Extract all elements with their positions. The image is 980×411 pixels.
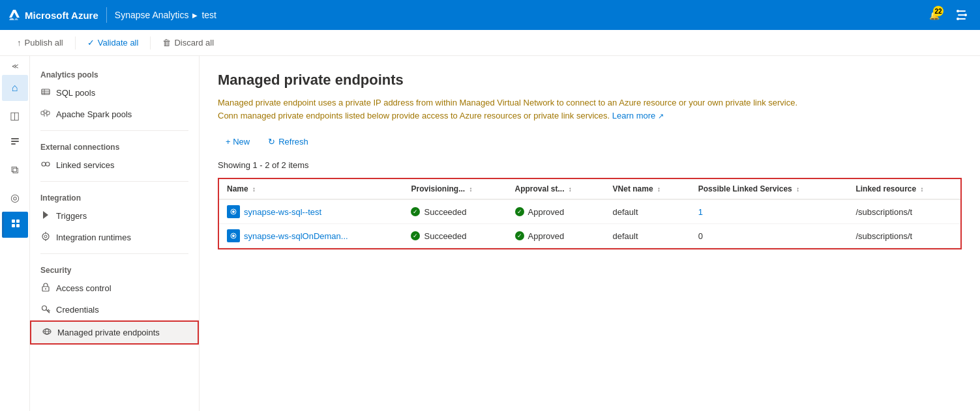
- expand-nav-button[interactable]: ≪: [8, 59, 22, 74]
- cell-vnet-0: default: [605, 199, 690, 224]
- col-header-provisioning[interactable]: Provisioning... ↕: [403, 179, 507, 199]
- monitor-nav-button[interactable]: ◎: [2, 184, 28, 210]
- cell-provisioning-1: ✓ Succeeded: [403, 224, 507, 248]
- cell-approval-1: ✓ Approved: [507, 224, 605, 248]
- sidebar-item-access-control[interactable]: Access control: [30, 277, 199, 299]
- publish-icon: ↑: [17, 38, 22, 48]
- toolbar: ↑ Publish all ✓ Validate all 🗑 Discard a…: [0, 30, 980, 56]
- svg-point-36: [42, 306, 47, 311]
- settings-icon: [956, 9, 968, 21]
- svg-line-39: [49, 311, 50, 312]
- success-icon-appr-1: ✓: [515, 231, 524, 240]
- sidebar-sep-1: [40, 130, 188, 131]
- page-description: Managed private endpoint uses a private …: [218, 96, 805, 122]
- external-link-icon: ↗: [658, 112, 664, 120]
- svg-marker-1: [9, 18, 14, 20]
- success-icon-prov-0: ✓: [411, 207, 420, 216]
- table-selection-border: Name ↕ Provisioning... ↕ Approval st... …: [218, 178, 962, 249]
- discard-all-button[interactable]: 🗑 Discard all: [156, 35, 220, 50]
- sort-icon-linked-services: ↕: [796, 186, 799, 193]
- credentials-icon: [40, 304, 51, 316]
- cell-name-0: synapse-ws-sql--test: [219, 199, 403, 224]
- svg-point-31: [44, 235, 47, 238]
- security-section: Security: [30, 259, 199, 277]
- manage-icon: [10, 218, 21, 231]
- manage-nav-button[interactable]: [2, 212, 28, 238]
- notification-count: 22: [933, 6, 943, 16]
- notifications-button[interactable]: 🔔 22: [924, 5, 945, 25]
- col-header-approval[interactable]: Approval st... ↕: [507, 179, 605, 199]
- action-bar: + New ↻ Refresh: [218, 134, 962, 150]
- table-header-row: Name ↕ Provisioning... ↕ Approval st... …: [219, 179, 960, 199]
- develop-nav-button[interactable]: [2, 130, 28, 156]
- svg-point-44: [232, 210, 235, 213]
- learn-more-link[interactable]: Learn more ↗: [612, 111, 664, 120]
- sidebar: Analytics pools SQL pools: [30, 56, 200, 411]
- col-header-linked-services[interactable]: Possible Linked Services ↕: [690, 179, 848, 199]
- refresh-button[interactable]: ↻ Refresh: [260, 134, 316, 150]
- validate-all-button[interactable]: ✓ Validate all: [81, 35, 145, 50]
- settings-button[interactable]: [951, 5, 972, 25]
- integration-runtimes-icon: [40, 231, 51, 244]
- cell-linked-resource-0: /subscriptions/t: [848, 199, 960, 224]
- home-nav-button[interactable]: ⌂: [2, 75, 28, 101]
- triggers-icon: [40, 210, 51, 222]
- sidebar-item-triggers[interactable]: Triggers: [30, 205, 199, 227]
- provisioning-status-1: ✓ Succeeded: [411, 231, 499, 241]
- sort-icon-provisioning: ↕: [469, 186, 473, 193]
- monitor-icon: ◎: [10, 191, 20, 204]
- sidebar-item-integration-runtimes[interactable]: Integration runtimes: [30, 227, 199, 248]
- endpoint-link-0[interactable]: synapse-ws-sql--test: [227, 205, 395, 218]
- svg-rect-8: [957, 18, 959, 20]
- svg-point-30: [42, 233, 49, 240]
- table-row[interactable]: synapse-ws-sql--test ✓ Succeeded ✓: [219, 199, 960, 224]
- approval-status-1: ✓ Approved: [515, 231, 597, 241]
- col-header-linked-resource[interactable]: Linked resource ↕: [848, 179, 960, 199]
- sidebar-item-spark-pools[interactable]: Apache Spark pools: [30, 104, 199, 125]
- svg-rect-11: [11, 143, 16, 145]
- col-header-vnet[interactable]: VNet name ↕: [605, 179, 690, 199]
- sort-icon-approval: ↕: [569, 186, 572, 193]
- home-icon: ⌂: [12, 82, 18, 94]
- linked-services-link-0[interactable]: 1: [698, 207, 840, 217]
- sidebar-item-credentials[interactable]: Credentials: [30, 299, 199, 320]
- approval-status-0: ✓ Approved: [515, 207, 597, 217]
- integrate-nav-button[interactable]: ⧉: [2, 157, 28, 183]
- svg-rect-9: [11, 138, 19, 139]
- success-icon-prov-1: ✓: [411, 231, 420, 240]
- sidebar-sep-2: [40, 181, 188, 182]
- endpoint-link-1[interactable]: synapse-ws-sqlOnDeman...: [227, 229, 395, 242]
- new-button[interactable]: + New: [218, 134, 258, 150]
- sidebar-sep-3: [40, 253, 188, 254]
- cell-linked-resource-1: /subscriptions/t: [848, 224, 960, 248]
- topbar: Microsoft Azure Synapse Analytics ▶ test…: [0, 0, 980, 30]
- svg-point-46: [232, 234, 235, 237]
- sidebar-item-sql-pools[interactable]: SQL pools: [30, 82, 199, 104]
- items-count: Showing 1 - 2 of 2 items: [218, 160, 962, 170]
- svg-marker-29: [43, 211, 48, 219]
- main-layout: ≪ ⌂ ◫ ⧉ ◎ Analytics pools: [0, 56, 980, 411]
- cell-approval-0: ✓ Approved: [507, 199, 605, 224]
- svg-marker-0: [9, 10, 20, 18]
- managed-private-endpoints-icon: [42, 326, 52, 339]
- data-icon: ◫: [10, 109, 20, 122]
- cell-linked-services-0: 1: [690, 199, 848, 224]
- sort-icon-name: ↕: [252, 186, 256, 193]
- toolbar-separator-2: [150, 36, 151, 50]
- publish-all-button[interactable]: ↑ Publish all: [10, 35, 70, 50]
- integration-section: Integration: [30, 187, 199, 205]
- svg-rect-7: [964, 14, 967, 16]
- brand-logo: Microsoft Azure: [8, 8, 98, 21]
- discard-icon: 🗑: [162, 38, 171, 48]
- data-nav-button[interactable]: ◫: [2, 102, 28, 128]
- svg-point-26: [46, 162, 50, 166]
- svg-rect-10: [11, 141, 19, 142]
- sidebar-item-linked-services[interactable]: Linked services: [30, 154, 199, 176]
- table-row[interactable]: synapse-ws-sqlOnDeman... ✓ Succeeded ✓: [219, 224, 960, 248]
- spark-pools-icon: [40, 108, 51, 120]
- svg-line-38: [48, 309, 49, 311]
- integrate-icon: ⧉: [11, 164, 18, 176]
- cell-provisioning-0: ✓ Succeeded: [403, 199, 507, 224]
- sidebar-item-managed-private-endpoints[interactable]: Managed private endpoints: [30, 320, 199, 345]
- col-header-name[interactable]: Name ↕: [219, 179, 403, 199]
